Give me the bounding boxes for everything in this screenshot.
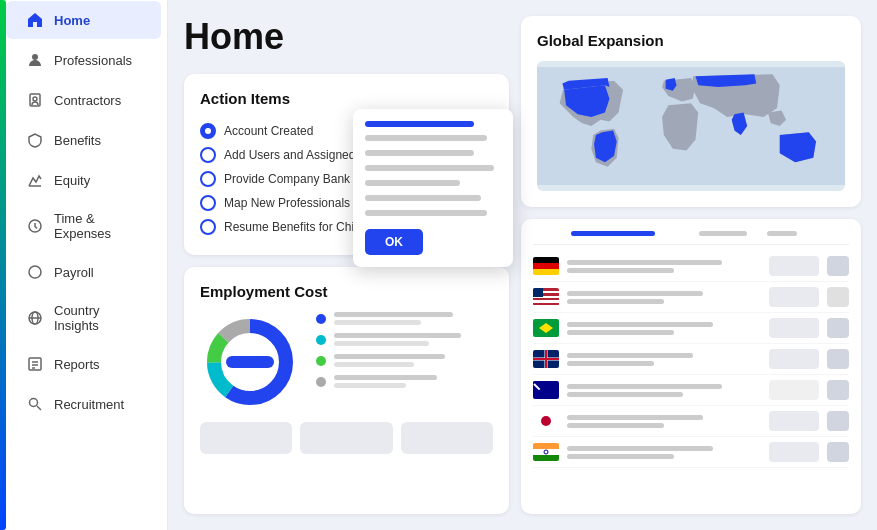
header-bar-3 <box>767 231 797 236</box>
text-us-2 <box>567 299 664 304</box>
employment-cost-donut <box>200 312 300 412</box>
country-text-br <box>567 322 761 335</box>
employment-cost-btn-1[interactable] <box>200 422 292 454</box>
val-us <box>769 287 819 307</box>
header-bar-1 <box>571 231 655 236</box>
svg-point-0 <box>32 54 38 60</box>
sidebar-item-country-insights[interactable]: Country Insights <box>6 293 161 343</box>
recruitment-search-icon <box>26 395 44 413</box>
action-item-circle-0 <box>200 123 216 139</box>
flag-jp <box>533 412 559 430</box>
sidebar-item-reports[interactable]: Reports <box>6 345 161 383</box>
sidebar-item-payroll[interactable]: Payroll <box>6 253 161 291</box>
sidebar-label-contractors: Contractors <box>54 93 121 108</box>
legend-line-3a <box>334 375 437 380</box>
text-de-1 <box>567 260 722 265</box>
flag-us <box>533 288 559 306</box>
status-br <box>827 318 849 338</box>
flag-de <box>533 257 559 275</box>
popup-text-line-1 <box>365 135 487 141</box>
content-area: Home Action Items Account Created Add Us… <box>168 0 877 530</box>
bar-col-header <box>767 231 817 238</box>
sidebar-item-contractors[interactable]: Contractors <box>6 81 161 119</box>
legend-item-3 <box>316 375 493 388</box>
header-bar-2 <box>699 231 747 236</box>
country-row-jp[interactable] <box>533 406 849 437</box>
svg-point-5 <box>29 266 41 278</box>
employment-cost-btn-2[interactable] <box>300 422 392 454</box>
country-table-header <box>533 231 849 245</box>
employment-cost-content <box>200 312 493 412</box>
action-item-popup: OK <box>353 109 513 267</box>
action-items-title: Action Items <box>200 90 493 107</box>
country-text-in <box>567 446 761 459</box>
employment-cost-title: Employment Cost <box>200 283 493 300</box>
text-jp-2 <box>567 423 664 428</box>
country-row-in[interactable] <box>533 437 849 468</box>
right-panel: Global Expansion <box>521 16 861 514</box>
country-row-br[interactable] <box>533 313 849 344</box>
sidebar-item-benefits[interactable]: Benefits <box>6 121 161 159</box>
global-expansion-title: Global Expansion <box>537 32 845 49</box>
country-text-uk <box>567 353 761 366</box>
contractor-icon <box>26 91 44 109</box>
legend-line-0b <box>334 320 421 325</box>
equity-icon <box>26 171 44 189</box>
svg-point-2 <box>33 97 37 101</box>
action-item-label-3: Map New Professionals <box>224 196 350 210</box>
world-map <box>537 61 845 191</box>
legend-dot-0 <box>316 314 326 324</box>
text-br-1 <box>567 322 713 327</box>
status-us <box>827 287 849 307</box>
action-items-card: Action Items Account Created Add Users a… <box>184 74 509 255</box>
sidebar-item-professionals[interactable]: Professionals <box>6 41 161 79</box>
sidebar-item-home[interactable]: Home <box>6 1 161 39</box>
sidebar-label-benefits: Benefits <box>54 133 101 148</box>
legend-line-2b <box>334 362 414 367</box>
country-text-jp <box>567 415 761 428</box>
svg-point-13 <box>30 399 38 407</box>
country-row-au[interactable] <box>533 375 849 406</box>
action-item-circle-2 <box>200 171 216 187</box>
shield-icon <box>26 131 44 149</box>
popup-ok-button[interactable]: OK <box>365 229 423 255</box>
action-item-circle-1 <box>200 147 216 163</box>
text-jp-1 <box>567 415 703 420</box>
country-row-uk[interactable] <box>533 344 849 375</box>
sidebar-label-reports: Reports <box>54 357 100 372</box>
val-br <box>769 318 819 338</box>
country-row-us[interactable] <box>533 282 849 313</box>
country-text-de <box>567 260 761 273</box>
sidebar-item-recruitment[interactable]: Recruitment <box>6 385 161 423</box>
sidebar-item-equity[interactable]: Equity <box>6 161 161 199</box>
home-icon <box>26 11 44 29</box>
legend-line-1b <box>334 341 429 346</box>
flag-col-header <box>533 231 563 238</box>
global-expansion-card: Global Expansion <box>521 16 861 207</box>
text-de-2 <box>567 268 674 273</box>
val-au <box>769 380 819 400</box>
status-jp <box>827 411 849 431</box>
action-item-circle-4 <box>200 219 216 235</box>
val-jp <box>769 411 819 431</box>
flag-uk <box>533 350 559 368</box>
text-in-1 <box>567 446 713 451</box>
popup-text-line-4 <box>365 180 460 186</box>
val-in <box>769 442 819 462</box>
country-row-de[interactable] <box>533 251 849 282</box>
status-de <box>827 256 849 276</box>
text-uk-1 <box>567 353 693 358</box>
popup-text-line-2 <box>365 150 474 156</box>
action-item-label-0: Account Created <box>224 124 313 138</box>
legend-item-1 <box>316 333 493 346</box>
action-items-list: Account Created Add Users and Assigned R… <box>200 119 493 239</box>
name-col-header <box>571 231 691 238</box>
person-icon <box>26 51 44 69</box>
flag-in <box>533 443 559 461</box>
val-col-header <box>699 231 759 238</box>
popup-text-line-3 <box>365 165 494 171</box>
sidebar-item-time-expenses[interactable]: Time & Expenses <box>6 201 161 251</box>
country-text-us <box>567 291 761 304</box>
page-title: Home <box>184 16 509 58</box>
employment-cost-btn-3[interactable] <box>401 422 493 454</box>
